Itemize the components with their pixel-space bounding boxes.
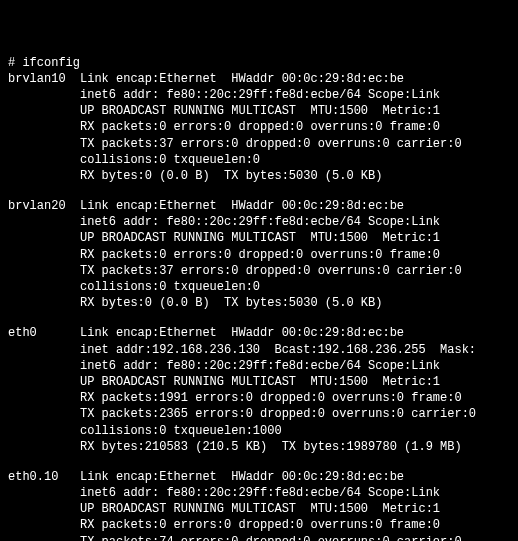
interface-inet6: inet6 addr: fe80::20c:29ff:fe8d:ecbe/64 … bbox=[8, 214, 510, 230]
interface-inet6: inet6 addr: fe80::20c:29ff:fe8d:ecbe/64 … bbox=[8, 87, 510, 103]
interface-inet: inet addr:192.168.236.130 Bcast:192.168.… bbox=[8, 342, 510, 358]
shell-prompt: # bbox=[8, 56, 22, 70]
interface-flags: UP BROADCAST RUNNING MULTICAST MTU:1500 … bbox=[8, 501, 510, 517]
interface-rx-packets: RX packets:1991 errors:0 dropped:0 overr… bbox=[8, 390, 510, 406]
interface-flags: UP BROADCAST RUNNING MULTICAST MTU:1500 … bbox=[8, 103, 510, 119]
interface-bytes: RX bytes:210583 (210.5 KB) TX bytes:1989… bbox=[8, 439, 510, 455]
interface-header-line: eth0.10Link encap:Ethernet HWaddr 00:0c:… bbox=[8, 469, 510, 485]
interface-collisions: collisions:0 txqueuelen:1000 bbox=[8, 423, 510, 439]
interface-block: brvlan10Link encap:Ethernet HWaddr 00:0c… bbox=[8, 71, 510, 184]
interface-tx-packets: TX packets:37 errors:0 dropped:0 overrun… bbox=[8, 136, 510, 152]
interface-encap: Link encap:Ethernet HWaddr 00:0c:29:8d:e… bbox=[80, 72, 404, 86]
interface-name: brvlan10 bbox=[8, 71, 80, 87]
interface-encap: Link encap:Ethernet HWaddr 00:0c:29:8d:e… bbox=[80, 199, 404, 213]
interface-collisions: collisions:0 txqueuelen:0 bbox=[8, 279, 510, 295]
interface-name: brvlan20 bbox=[8, 198, 80, 214]
interface-tx-packets: TX packets:2365 errors:0 dropped:0 overr… bbox=[8, 406, 510, 422]
interface-rx-packets: RX packets:0 errors:0 dropped:0 overruns… bbox=[8, 119, 510, 135]
interface-inet6: inet6 addr: fe80::20c:29ff:fe8d:ecbe/64 … bbox=[8, 485, 510, 501]
interface-bytes: RX bytes:0 (0.0 B) TX bytes:5030 (5.0 KB… bbox=[8, 295, 510, 311]
interface-tx-packets: TX packets:37 errors:0 dropped:0 overrun… bbox=[8, 263, 510, 279]
command-text: ifconfig bbox=[22, 56, 80, 70]
interface-name: eth0 bbox=[8, 325, 80, 341]
interface-rx-packets: RX packets:0 errors:0 dropped:0 overruns… bbox=[8, 517, 510, 533]
interface-encap: Link encap:Ethernet HWaddr 00:0c:29:8d:e… bbox=[80, 470, 404, 484]
interface-rx-packets: RX packets:0 errors:0 dropped:0 overruns… bbox=[8, 247, 510, 263]
interface-block: eth0.10Link encap:Ethernet HWaddr 00:0c:… bbox=[8, 469, 510, 541]
interface-tx-packets: TX packets:74 errors:0 dropped:0 overrun… bbox=[8, 534, 510, 541]
interface-flags: UP BROADCAST RUNNING MULTICAST MTU:1500 … bbox=[8, 230, 510, 246]
terminal-output: # ifconfig brvlan10Link encap:Ethernet H… bbox=[8, 55, 510, 541]
interface-header-line: brvlan20Link encap:Ethernet HWaddr 00:0c… bbox=[8, 198, 510, 214]
interface-inet6: inet6 addr: fe80::20c:29ff:fe8d:ecbe/64 … bbox=[8, 358, 510, 374]
interface-bytes: RX bytes:0 (0.0 B) TX bytes:5030 (5.0 KB… bbox=[8, 168, 510, 184]
interface-header-line: eth0Link encap:Ethernet HWaddr 00:0c:29:… bbox=[8, 325, 510, 341]
interface-header-line: brvlan10Link encap:Ethernet HWaddr 00:0c… bbox=[8, 71, 510, 87]
interface-encap: Link encap:Ethernet HWaddr 00:0c:29:8d:e… bbox=[80, 326, 404, 340]
interface-flags: UP BROADCAST RUNNING MULTICAST MTU:1500 … bbox=[8, 374, 510, 390]
interface-block: brvlan20Link encap:Ethernet HWaddr 00:0c… bbox=[8, 198, 510, 311]
interface-block: eth0Link encap:Ethernet HWaddr 00:0c:29:… bbox=[8, 325, 510, 455]
interface-collisions: collisions:0 txqueuelen:0 bbox=[8, 152, 510, 168]
interface-name: eth0.10 bbox=[8, 469, 80, 485]
